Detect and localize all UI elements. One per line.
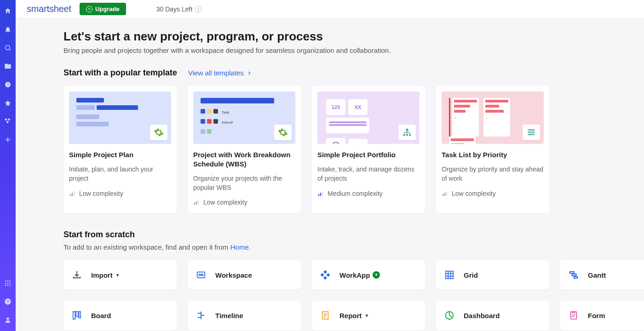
form-icon: [569, 310, 579, 320]
scratch-card-workspace[interactable]: Workspace: [188, 260, 301, 290]
complexity-indicator: Medium complexity: [317, 190, 420, 197]
svg-rect-31: [318, 194, 319, 196]
template-desc: Organize by priority and stay ahead of w…: [442, 165, 544, 183]
svg-rect-57: [79, 312, 81, 318]
template-card-task-list-priority[interactable]: ↓ ↓ ↓ Task List by Priority Organize by …: [436, 86, 549, 213]
template-card-wbs[interactable]: Task Kickoff Project with Work Breakdown…: [188, 86, 301, 213]
svg-line-1: [9, 49, 11, 51]
svg-rect-32: [320, 193, 321, 196]
workapps-icon[interactable]: [4, 118, 12, 125]
scratch-card-board[interactable]: Board: [63, 301, 177, 330]
scratch-cards: Import ▼ Workspace WorkApp: [63, 260, 644, 330]
svg-rect-23: [194, 203, 195, 205]
upgrade-button[interactable]: Upgrade: [80, 3, 126, 15]
star-icon[interactable]: [4, 99, 12, 107]
scratch-label: Report: [339, 312, 362, 320]
complexity-indicator: Low complexity: [69, 190, 171, 197]
svg-point-13: [9, 283, 11, 284]
list-icon: [523, 125, 540, 140]
svg-rect-55: [73, 312, 75, 320]
svg-point-30: [409, 134, 411, 136]
trial-indicator[interactable]: 30 Days Left i: [156, 6, 202, 13]
svg-point-9: [7, 280, 9, 282]
svg-point-28: [403, 134, 405, 136]
clock-icon[interactable]: [4, 81, 12, 88]
svg-rect-39: [446, 191, 447, 196]
svg-rect-4: [8, 118, 11, 121]
svg-text:?: ?: [7, 299, 9, 304]
svg-point-11: [5, 283, 6, 284]
timeline-icon: [196, 310, 206, 320]
scratch-label: Workspace: [215, 271, 252, 279]
template-card-portfolio[interactable]: 123XX Simple Project Portfolio Intake, t…: [312, 86, 425, 213]
svg-rect-21: [72, 193, 73, 196]
top-bar: smartsheet Upgrade 30 Days Left i: [16, 0, 644, 18]
import-icon: [72, 270, 82, 280]
board-icon: [72, 310, 82, 320]
scratch-label: Timeline: [215, 312, 243, 320]
trial-label: 30 Days Left: [156, 6, 193, 13]
template-card-simple-project-plan[interactable]: Simple Project Plan Initiate, plan, and …: [63, 86, 177, 213]
left-nav-rail: ?: [0, 0, 16, 331]
scratch-label: Board: [91, 312, 111, 320]
template-title: Simple Project Portfolio: [317, 150, 420, 160]
template-desc: Initiate, plan, and launch your project: [69, 165, 171, 183]
scratch-card-import[interactable]: Import ▼: [63, 260, 177, 290]
gantt-icon: [569, 270, 579, 280]
svg-rect-40: [197, 272, 205, 278]
info-icon[interactable]: i: [195, 6, 201, 12]
template-thumbnail: 123XX: [317, 91, 420, 144]
help-icon[interactable]: ?: [4, 298, 12, 305]
scratch-label: Gantt: [588, 271, 606, 279]
search-icon[interactable]: [4, 44, 12, 51]
scratch-section-subtitle: To add to an existing workspace, find an…: [63, 243, 644, 251]
home-icon[interactable]: [4, 7, 12, 15]
templates-section-title: Start with a popular template: [63, 68, 177, 78]
scratch-card-timeline[interactable]: Timeline: [188, 301, 301, 330]
svg-rect-56: [76, 312, 78, 317]
account-icon[interactable]: [4, 316, 12, 324]
scratch-card-form[interactable]: Form: [560, 301, 644, 330]
template-title: Task List by Priority: [442, 150, 544, 160]
svg-rect-43: [323, 270, 327, 274]
folder-icon[interactable]: [4, 63, 12, 70]
svg-point-42: [201, 274, 203, 276]
gear-icon: [274, 125, 292, 140]
svg-point-10: [9, 280, 11, 282]
complexity-label: Medium complexity: [328, 190, 383, 197]
scratch-card-workapp[interactable]: WorkApp: [312, 260, 425, 290]
scratch-card-grid[interactable]: Grid: [436, 260, 549, 290]
complexity-label: Low complexity: [452, 190, 496, 197]
svg-rect-53: [572, 274, 576, 276]
dashboard-icon: [444, 310, 454, 320]
scratch-card-report[interactable]: Report ▼: [312, 301, 425, 330]
svg-point-27: [406, 129, 408, 131]
svg-rect-3: [5, 118, 7, 121]
template-thumbnail: Task Kickoff: [193, 91, 295, 144]
bars-icon: [442, 190, 448, 197]
scratch-card-dashboard[interactable]: Dashboard: [436, 301, 549, 330]
scratch-card-gantt[interactable]: Gantt: [560, 260, 644, 290]
upgrade-pill-icon: [373, 271, 380, 279]
bars-icon: [317, 190, 324, 197]
bell-icon[interactable]: [4, 26, 12, 33]
complexity-label: Low complexity: [79, 190, 123, 197]
grid-icon: [444, 270, 454, 280]
plus-icon[interactable]: [4, 136, 12, 143]
svg-point-0: [6, 46, 10, 50]
main-area: smartsheet Upgrade 30 Days Left i Let's …: [16, 0, 644, 331]
home-link[interactable]: Home: [230, 243, 249, 251]
page-subtitle: Bring people and projects together with …: [63, 46, 644, 54]
page-title: Let's start a new project, program, or p…: [63, 29, 644, 44]
view-all-templates-link[interactable]: View all templates: [188, 69, 252, 77]
scratch-label: Grid: [464, 271, 478, 279]
org-chart-icon: [398, 125, 416, 140]
template-thumbnail: ↓ ↓ ↓: [442, 91, 544, 144]
workspace-icon: [196, 270, 206, 280]
scratch-label: Import: [91, 271, 113, 279]
content: Let's start a new project, program, or p…: [16, 18, 644, 330]
caret-down-icon: ▼: [364, 313, 369, 318]
apps-grid-icon[interactable]: [4, 280, 12, 287]
brand-logo[interactable]: smartsheet: [27, 4, 71, 14]
svg-rect-5: [6, 121, 9, 124]
